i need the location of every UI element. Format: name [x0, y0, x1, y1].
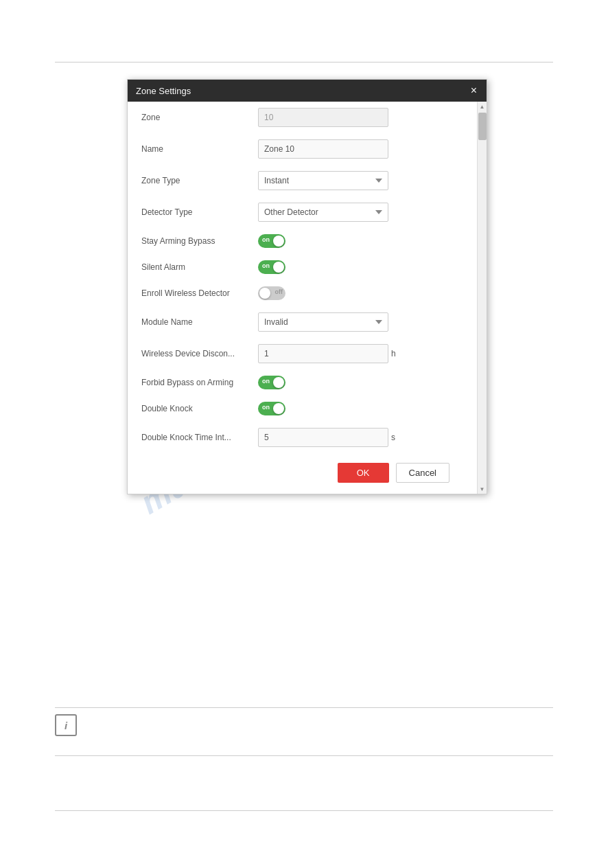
stay-arming-bypass-toggle-wrapper: on — [258, 234, 463, 248]
enroll-wireless-label: Enroll Wireless Detector — [141, 288, 258, 298]
scrollbar-down-arrow[interactable]: ▼ — [478, 484, 487, 494]
forbid-bypass-row: Forbid Bypass on Arming on — [141, 369, 463, 396]
enroll-wireless-toggle-knob — [259, 288, 270, 299]
zone-input[interactable] — [258, 108, 388, 127]
zone-label: Zone — [141, 113, 258, 122]
stay-arming-bypass-label: Stay Arming Bypass — [141, 236, 258, 246]
silent-alarm-toggle-wrapper: on — [258, 260, 463, 274]
wireless-discon-input[interactable] — [258, 344, 388, 363]
divider-top — [55, 62, 553, 62]
stay-arming-bypass-toggle[interactable]: on — [258, 234, 285, 248]
forbid-bypass-toggle-label: on — [262, 378, 270, 385]
wireless-discon-input-group: h — [258, 344, 463, 363]
silent-alarm-toggle-label: on — [262, 262, 270, 269]
wireless-discon-label: Wireless Device Discon... — [141, 349, 258, 358]
divider-bottom2 — [55, 755, 553, 756]
double-knock-time-field-wrapper: s — [258, 428, 463, 447]
module-name-label: Module Name — [141, 317, 258, 327]
zone-row: Zone — [141, 102, 463, 133]
silent-alarm-label: Silent Alarm — [141, 262, 258, 272]
scrollbar-up-arrow[interactable]: ▲ — [478, 102, 487, 111]
dialog-form: Zone Name Zone Type Instant Delay 1 — [128, 102, 477, 494]
name-row: Name — [141, 133, 463, 165]
scrollbar-thumb[interactable] — [478, 113, 487, 140]
dialog-close-button[interactable]: × — [469, 85, 478, 96]
double-knock-toggle-knob — [273, 403, 284, 414]
zone-type-label: Zone Type — [141, 176, 258, 185]
divider-bottom3 — [55, 810, 553, 811]
cancel-button[interactable]: Cancel — [396, 463, 449, 483]
double-knock-time-row: Double Knock Time Int... s — [141, 422, 463, 453]
silent-alarm-toggle-knob — [273, 262, 284, 273]
double-knock-time-input-group: s — [258, 428, 463, 447]
name-input[interactable] — [258, 139, 388, 159]
zone-field-wrapper — [258, 108, 463, 127]
detector-type-select[interactable]: Other Detector Motion Detector Door Sens… — [258, 203, 388, 222]
enroll-wireless-toggle[interactable]: off — [258, 286, 285, 300]
double-knock-toggle-wrapper: on — [258, 402, 463, 415]
name-field-wrapper — [258, 139, 463, 159]
detector-type-row: Detector Type Other Detector Motion Dete… — [141, 196, 463, 228]
module-name-row: Module Name Invalid Module 1 Module 2 — [141, 306, 463, 338]
detector-type-label: Detector Type — [141, 207, 258, 217]
silent-alarm-row: Silent Alarm on — [141, 254, 463, 280]
double-knock-toggle-label: on — [262, 404, 270, 411]
forbid-bypass-label: Forbid Bypass on Arming — [141, 378, 258, 387]
wireless-discon-suffix: h — [391, 349, 396, 358]
double-knock-row: Double Knock on — [141, 396, 463, 422]
enroll-wireless-row: Enroll Wireless Detector off — [141, 280, 463, 306]
info-icon-container: i — [55, 714, 77, 736]
divider-bottom — [55, 707, 553, 708]
zone-type-row: Zone Type Instant Delay 1 Delay 2 24 Hou… — [141, 165, 463, 196]
ok-button[interactable]: OK — [338, 463, 389, 483]
double-knock-label: Double Knock — [141, 404, 258, 413]
silent-alarm-toggle[interactable]: on — [258, 260, 285, 274]
double-knock-time-suffix: s — [391, 433, 395, 442]
dialog-scrollbar: ▲ ▼ — [477, 102, 487, 494]
zone-settings-dialog: Zone Settings × Zone Name Zone Typ — [127, 79, 487, 494]
stay-arming-bypass-toggle-knob — [273, 236, 284, 247]
forbid-bypass-toggle-knob — [273, 377, 284, 388]
double-knock-time-label: Double Knock Time Int... — [141, 433, 258, 442]
stay-arming-bypass-toggle-label: on — [262, 236, 270, 243]
forbid-bypass-toggle-wrapper: on — [258, 376, 463, 389]
double-knock-time-input[interactable] — [258, 428, 388, 447]
wireless-discon-row: Wireless Device Discon... h — [141, 338, 463, 369]
module-name-select[interactable]: Invalid Module 1 Module 2 — [258, 312, 388, 332]
enroll-wireless-toggle-wrapper: off — [258, 286, 463, 300]
zone-type-select[interactable]: Instant Delay 1 Delay 2 24 Hour Fire — [258, 171, 388, 190]
wireless-discon-field-wrapper: h — [258, 344, 463, 363]
enroll-wireless-toggle-label: off — [275, 288, 283, 295]
info-icon: i — [55, 714, 77, 736]
forbid-bypass-toggle[interactable]: on — [258, 376, 285, 389]
module-name-field-wrapper: Invalid Module 1 Module 2 — [258, 312, 463, 332]
name-label: Name — [141, 144, 258, 154]
dialog-title: Zone Settings — [136, 86, 191, 96]
zone-type-field-wrapper: Instant Delay 1 Delay 2 24 Hour Fire — [258, 171, 463, 190]
dialog-titlebar: Zone Settings × — [128, 80, 487, 102]
dialog-content-wrapper: Zone Name Zone Type Instant Delay 1 — [128, 102, 487, 494]
stay-arming-bypass-row: Stay Arming Bypass on — [141, 228, 463, 254]
dialog-buttons: OK Cancel — [141, 453, 463, 494]
detector-type-field-wrapper: Other Detector Motion Detector Door Sens… — [258, 203, 463, 222]
double-knock-toggle[interactable]: on — [258, 402, 285, 415]
